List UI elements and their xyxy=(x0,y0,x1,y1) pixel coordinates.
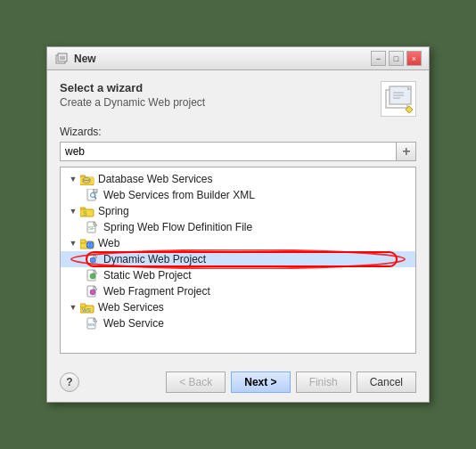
wizard-tree[interactable]: ▼ Database Web Services xyxy=(60,167,416,354)
tree-label: Spring xyxy=(98,205,129,217)
dialog-title: New xyxy=(74,53,96,65)
footer-buttons: < Back Next > Finish Cancel xyxy=(166,371,416,393)
file-icon: ws xyxy=(86,317,100,330)
back-button[interactable]: < Back xyxy=(166,371,226,393)
svg-text:SF: SF xyxy=(88,225,95,231)
next-button[interactable]: Next > xyxy=(231,371,290,393)
wizards-label: Wizards: xyxy=(60,126,416,138)
tree-item-dynamic-web-project[interactable]: Dynamic Web Project xyxy=(61,251,415,267)
wizard-description: Create a Dynamic Web project xyxy=(60,96,205,109)
tree-label: Dynamic Web Project xyxy=(103,253,206,265)
tree-item-web[interactable]: ▼ Web xyxy=(61,235,415,251)
header-section: Select a wizard Create a Dynamic Web pro… xyxy=(60,81,416,117)
svg-text:S: S xyxy=(83,210,87,216)
title-bar: New − □ × xyxy=(47,47,429,70)
tree-label: Spring Web Flow Definition File xyxy=(103,221,252,233)
tree-item-web-service[interactable]: ws Web Service xyxy=(61,315,415,331)
minimize-button[interactable]: − xyxy=(371,51,386,66)
search-row xyxy=(60,142,416,161)
tree-item-spring[interactable]: ▼ S Spring xyxy=(61,203,415,219)
svg-rect-22 xyxy=(94,189,97,192)
expand-arrow: ▼ xyxy=(68,206,78,216)
expand-arrow: ▼ xyxy=(68,174,78,184)
expand-arrow: ▼ xyxy=(68,238,78,249)
finish-button[interactable]: Finish xyxy=(296,371,351,393)
tree-label: Web Services xyxy=(98,301,164,314)
tree-item-database-web-services[interactable]: ▼ Database Web Services xyxy=(61,171,415,187)
expand-arrow: ▼ xyxy=(68,302,78,313)
folder-icon: S xyxy=(80,205,94,217)
help-button[interactable]: ? xyxy=(60,372,79,392)
wizard-label: Select a wizard xyxy=(60,81,205,94)
search-input[interactable] xyxy=(60,142,397,161)
dialog-footer: ? < Back Next > Finish Cancel xyxy=(47,364,429,402)
file-icon xyxy=(86,253,100,265)
tree-label: Web xyxy=(98,237,119,249)
tree-item-web-services[interactable]: ▼ WS Web Services xyxy=(61,299,415,315)
svg-point-48 xyxy=(90,290,95,295)
tree-item-static-web-project[interactable]: Static Web Project xyxy=(61,267,415,283)
svg-rect-12 xyxy=(406,148,407,155)
svg-rect-33 xyxy=(80,240,86,243)
new-wizard-dialog: New − □ × Select a wizard Create a Dynam… xyxy=(46,46,430,403)
dialog-icon xyxy=(54,52,69,66)
tree-label: Web Fragment Project xyxy=(103,285,210,298)
tree-label: Web Service xyxy=(103,317,164,330)
header-text: Select a wizard Create a Dynamic Web pro… xyxy=(60,81,205,109)
cancel-button[interactable]: Cancel xyxy=(357,371,416,393)
file-icon: SF xyxy=(86,221,100,233)
tree-label: Static Web Project xyxy=(103,269,191,282)
folder-icon xyxy=(80,173,94,185)
file-icon xyxy=(86,285,100,298)
title-bar-left: New xyxy=(54,52,96,66)
maximize-button[interactable]: □ xyxy=(389,51,404,66)
file-icon xyxy=(86,189,100,201)
file-icon xyxy=(86,269,100,282)
close-button[interactable]: × xyxy=(406,51,422,66)
svg-text:WS: WS xyxy=(82,307,91,313)
dialog-content: Select a wizard Create a Dynamic Web pro… xyxy=(47,70,429,364)
folder-icon xyxy=(80,237,94,249)
svg-text:ws: ws xyxy=(87,322,94,327)
wizard-header-icon xyxy=(381,81,416,117)
tree-item-web-services-from-builder[interactable]: Web Services from Builder XML xyxy=(61,187,415,203)
tree-label: Database Web Services xyxy=(98,173,213,185)
tree-item-web-fragment-project[interactable]: Web Fragment Project xyxy=(61,283,415,299)
folder-icon: WS xyxy=(80,301,94,314)
svg-point-45 xyxy=(90,273,95,279)
title-buttons: − □ × xyxy=(371,51,422,66)
tree-label: Web Services from Builder XML xyxy=(103,189,255,201)
search-clear-button[interactable] xyxy=(397,142,416,161)
tree-item-spring-web-flow[interactable]: SF Spring Web Flow Definition File xyxy=(61,219,415,235)
